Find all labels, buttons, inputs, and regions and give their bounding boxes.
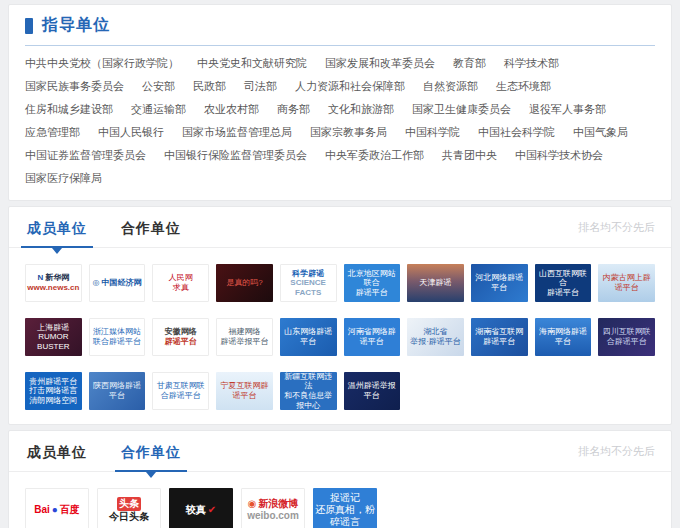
kexue-piyao-logo[interactable]: 科学辟谣SCIENCE FACTS xyxy=(280,264,337,302)
guiding-unit-link[interactable]: 生态环境部 xyxy=(496,75,551,98)
hunan-piyao-platform-logo[interactable]: 湖南省互联网 辟谣平台 xyxy=(471,318,528,356)
partner-units-logo-row: Bai●百度头条今日头条较真✔◉新浪微博weibo.com捉谣记 还原真相，粉碎… xyxy=(25,488,655,528)
cctv-shizhendema-logo[interactable]: 是真的吗? xyxy=(216,264,273,302)
zhejiang-piyao-platform-logo[interactable]: 浙江媒体网站 联合辟谣平台 xyxy=(89,318,146,356)
jinri-toutiao-logo[interactable]: 头条今日头条 xyxy=(97,488,161,528)
china-economic-net-logo[interactable]: ◎中国经济网 xyxy=(89,264,146,302)
member-units-tabbar: 成员单位合作单位 排名均不分先后 xyxy=(9,207,671,248)
guiding-unit-link[interactable]: 文化和旅游部 xyxy=(328,98,394,121)
shanxi-piyao-platform-logo[interactable]: 山西互联网联合 辟谣平台 xyxy=(535,264,592,302)
hainan-piyao-platform-logo[interactable]: 海南网络辟谣平台 xyxy=(535,318,592,356)
guiding-unit-link[interactable]: 中国科学院 xyxy=(405,121,460,144)
xinhuanet-logo[interactable]: N新华网www.news.cn xyxy=(25,264,82,302)
hebei-piyao-platform-logo[interactable]: 河北网络辟谣平台 xyxy=(471,264,528,302)
guiding-units-header: 指导单位 xyxy=(25,15,655,46)
zhuoyaoji-logo[interactable]: 捉谣记 还原真相，粉碎谣言 xyxy=(313,488,377,528)
tab-partner-units[interactable]: 合作单位 xyxy=(119,207,183,247)
guiding-unit-link[interactable]: 国家市场监督管理总局 xyxy=(182,121,292,144)
guiding-unit-link[interactable]: 国家民族事务委员会 xyxy=(25,75,124,98)
guiding-unit-link[interactable]: 交通运输部 xyxy=(131,98,186,121)
guiding-unit-link[interactable]: 农业农村部 xyxy=(204,98,259,121)
ningxia-piyao-platform-logo[interactable]: 宁夏互联网辟谣平台 xyxy=(216,372,273,410)
section-marker-icon xyxy=(25,18,33,34)
sina-weibo-logo[interactable]: ◉新浪微博weibo.com xyxy=(241,488,305,528)
member-units-section: 成员单位合作单位 排名均不分先后 N新华网www.news.cn◎中国经济网人民… xyxy=(8,206,672,425)
hubei-piyao-platform-logo[interactable]: 湖北省 举报·辟谣平台 xyxy=(407,318,464,356)
partner-units-section: 成员单位合作单位 排名均不分先后 Bai●百度头条今日头条较真✔◉新浪微博wei… xyxy=(8,430,672,528)
guiding-units-section: 指导单位 中共中央党校（国家行政学院）中央党史和文献研究院国家发展和改革委员会教… xyxy=(8,4,672,201)
fujian-piyao-platform-logo[interactable]: 福建网络 辟谣举报平台 xyxy=(216,318,273,356)
guiding-units-title: 指导单位 xyxy=(42,15,110,36)
member-units-logo-grid: N新华网www.news.cn◎中国经济网人民网 求真是真的吗?科学辟谣SCIE… xyxy=(25,264,655,410)
guiding-unit-link[interactable]: 司法部 xyxy=(244,75,277,98)
tianjin-piyao-logo[interactable]: 天津辟谣 xyxy=(407,264,464,302)
guiding-unit-link[interactable]: 中央党史和文献研究院 xyxy=(197,52,307,75)
beijing-piyao-platform-logo[interactable]: 北京地区网站联合 辟谣平台 xyxy=(344,264,401,302)
guiding-unit-link[interactable]: 退役军人事务部 xyxy=(529,98,606,121)
guizhou-piyao-platform-logo[interactable]: 贵州辟谣平台 打击网络谣言 清朗网络空间 xyxy=(25,372,82,410)
partner-units-tabs: 成员单位合作单位 xyxy=(25,431,183,471)
guiding-unit-link[interactable]: 人力资源和社会保障部 xyxy=(295,75,405,98)
ranking-note: 排名均不分先后 xyxy=(578,220,655,235)
shaanxi-piyao-platform-logo[interactable]: 陕西网络辟谣平台 xyxy=(89,372,146,410)
guiding-unit-link[interactable]: 共青团中央 xyxy=(442,144,497,167)
guiding-unit-link[interactable]: 民政部 xyxy=(193,75,226,98)
henan-piyao-platform-logo[interactable]: 河南省网络辟谣平台 xyxy=(344,318,401,356)
guiding-unit-link[interactable]: 中国人民银行 xyxy=(98,121,164,144)
baidu-logo[interactable]: Bai●百度 xyxy=(25,488,89,528)
shanghai-piyao-logo[interactable]: 上海辟谣 RUMOR BUSTER xyxy=(25,318,82,356)
guiding-unit-link[interactable]: 中国证券监督管理委员会 xyxy=(25,144,146,167)
tab-member-units[interactable]: 成员单位 xyxy=(25,431,89,471)
wenzhou-piyao-platform-logo[interactable]: 温州辟谣举报平台 xyxy=(344,372,401,410)
guiding-unit-link[interactable]: 科学技术部 xyxy=(504,52,559,75)
page: 指导单位 中共中央党校（国家行政学院）中央党史和文献研究院国家发展和改革委员会教… xyxy=(0,0,680,528)
tab-member-units[interactable]: 成员单位 xyxy=(25,207,89,247)
guiding-unit-link[interactable]: 中国银行保险监督管理委员会 xyxy=(164,144,307,167)
xinjiang-report-center-logo[interactable]: 新疆互联网违法 和不良信息举报中心 xyxy=(280,372,337,410)
tencent-jiaozhen-logo[interactable]: 较真✔ xyxy=(169,488,233,528)
peoples-daily-qiuzhen-logo[interactable]: 人民网 求真 xyxy=(152,264,209,302)
guiding-unit-link[interactable]: 国家卫生健康委员会 xyxy=(412,98,511,121)
gansu-piyao-platform-logo[interactable]: 甘肃互联网联合辟谣平台 xyxy=(152,372,209,410)
partner-units-tabbar: 成员单位合作单位 排名均不分先后 xyxy=(9,431,671,472)
guiding-unit-link[interactable]: 国家医疗保障局 xyxy=(25,167,102,190)
guiding-unit-link[interactable]: 国家发展和改革委员会 xyxy=(325,52,435,75)
guiding-unit-link[interactable]: 住房和城乡建设部 xyxy=(25,98,113,121)
guiding-unit-link[interactable]: 商务部 xyxy=(277,98,310,121)
member-units-tabs: 成员单位合作单位 xyxy=(25,207,183,247)
guiding-unit-link[interactable]: 自然资源部 xyxy=(423,75,478,98)
ranking-note: 排名均不分先后 xyxy=(578,444,655,459)
guiding-unit-link[interactable]: 中共中央党校（国家行政学院） xyxy=(25,52,179,75)
shandong-piyao-platform-logo[interactable]: 山东网络辟谣平台 xyxy=(280,318,337,356)
guiding-unit-link[interactable]: 中国科学技术协会 xyxy=(515,144,603,167)
guiding-unit-link[interactable]: 国家宗教事务局 xyxy=(310,121,387,144)
sichuan-piyao-platform-logo[interactable]: 四川互联网联合辟谣平台 xyxy=(598,318,655,356)
guiding-unit-link[interactable]: 应急管理部 xyxy=(25,121,80,144)
guiding-unit-link[interactable]: 公安部 xyxy=(142,75,175,98)
guiding-units-link-list: 中共中央党校（国家行政学院）中央党史和文献研究院国家发展和改革委员会教育部科学技… xyxy=(25,52,655,190)
guiding-unit-link[interactable]: 中央军委政治工作部 xyxy=(325,144,424,167)
tab-partner-units[interactable]: 合作单位 xyxy=(119,431,183,471)
anhui-piyao-platform-logo[interactable]: 安徽网络辟谣平台 xyxy=(152,318,209,356)
guiding-unit-link[interactable]: 中国社会科学院 xyxy=(478,121,555,144)
neimenggu-piyao-platform-logo[interactable]: 内蒙古网上辟谣平台 xyxy=(598,264,655,302)
guiding-unit-link[interactable]: 教育部 xyxy=(453,52,486,75)
guiding-unit-link[interactable]: 中国气象局 xyxy=(573,121,628,144)
